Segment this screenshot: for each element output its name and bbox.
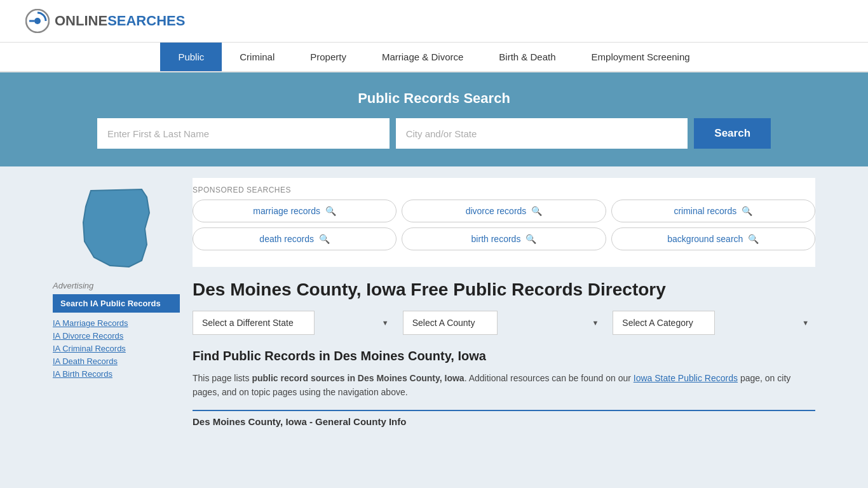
- find-desc-part2: . Additional resources can be found on o…: [465, 373, 634, 383]
- sponsored-divorce[interactable]: divorce records 🔍: [402, 200, 606, 222]
- sidebar-links: IA Marriage Records IA Divorce Records I…: [53, 318, 180, 379]
- sidebar-search-button[interactable]: Search IA Public Records: [53, 294, 180, 313]
- search-icon: 🔍: [526, 234, 536, 244]
- nav-criminal[interactable]: Criminal: [222, 43, 292, 71]
- list-item: IA Criminal Records: [53, 343, 180, 353]
- dropdowns-row: Select a Different State Select A County…: [193, 311, 815, 335]
- page-title: Des Moines County, Iowa Free Public Reco…: [193, 278, 815, 301]
- nav-birth-death[interactable]: Birth & Death: [481, 43, 573, 71]
- search-form: Search: [97, 118, 771, 149]
- state-map-icon: [72, 178, 161, 273]
- sponsored-background[interactable]: background search 🔍: [611, 227, 815, 250]
- find-records-description: This page lists public record sources in…: [193, 371, 815, 400]
- nav-marriage-divorce[interactable]: Marriage & Divorce: [364, 43, 481, 71]
- sidebar-link-death[interactable]: IA Death Records: [53, 356, 118, 366]
- search-icon: 🔍: [325, 206, 336, 216]
- list-item: IA Birth Records: [53, 369, 180, 379]
- sponsored-birth[interactable]: birth records 🔍: [402, 227, 606, 250]
- sponsored-birth-text: birth records: [471, 234, 521, 244]
- category-dropdown-wrapper: Select A Category: [613, 311, 815, 335]
- find-desc-part1: This page lists: [193, 373, 252, 383]
- logo-icon: [25, 9, 50, 33]
- search-icon: 🔍: [742, 206, 752, 216]
- county-dropdown[interactable]: Select A County: [403, 311, 498, 335]
- sponsored-divorce-text: divorce records: [466, 206, 527, 216]
- sponsored-criminal[interactable]: criminal records 🔍: [611, 200, 815, 222]
- state-dropdown[interactable]: Select a Different State: [193, 311, 315, 335]
- main-content: Advertising Search IA Public Records IA …: [40, 166, 828, 438]
- sponsored-marriage[interactable]: marriage records 🔍: [193, 200, 397, 222]
- search-icon: 🔍: [748, 234, 759, 244]
- sponsored-death[interactable]: death records 🔍: [193, 227, 397, 250]
- find-desc-bold: public record sources in Des Moines Coun…: [252, 373, 464, 383]
- sidebar-link-marriage[interactable]: IA Marriage Records: [53, 318, 128, 328]
- state-dropdown-wrapper: Select a Different State: [193, 311, 395, 335]
- nav-property[interactable]: Property: [292, 43, 364, 71]
- search-button[interactable]: Search: [694, 118, 771, 149]
- list-item: IA Marriage Records: [53, 318, 180, 328]
- iowa-state-link[interactable]: Iowa State Public Records: [634, 373, 738, 383]
- category-dropdown[interactable]: Select A Category: [613, 311, 715, 335]
- list-item: IA Death Records: [53, 356, 180, 366]
- sponsored-label: SPONSORED SEARCHES: [193, 186, 815, 194]
- search-icon: 🔍: [531, 206, 542, 216]
- sidebar-link-birth[interactable]: IA Birth Records: [53, 369, 112, 379]
- content-area: SPONSORED SEARCHES marriage records 🔍 di…: [193, 178, 815, 427]
- sponsored-grid: marriage records 🔍 divorce records 🔍 cri…: [193, 200, 815, 250]
- general-info-title: Des Moines County, Iowa - General County…: [193, 410, 815, 427]
- logo[interactable]: ONLINESEARCHES: [25, 9, 185, 33]
- sponsored-background-text: background search: [667, 234, 743, 244]
- header: ONLINESEARCHES: [0, 0, 868, 43]
- find-records-title: Find Public Records in Des Moines County…: [193, 349, 815, 363]
- sponsored-criminal-text: criminal records: [674, 206, 736, 216]
- sidebar-link-criminal[interactable]: IA Criminal Records: [53, 344, 126, 353]
- sidebar-link-divorce[interactable]: IA Divorce Records: [53, 331, 123, 341]
- sponsored-marriage-text: marriage records: [253, 206, 320, 216]
- name-input[interactable]: [97, 118, 390, 149]
- location-input[interactable]: [396, 118, 688, 149]
- search-banner: Public Records Search Search: [0, 72, 868, 166]
- svg-point-1: [34, 18, 41, 24]
- search-icon: 🔍: [319, 234, 330, 244]
- search-banner-title: Public Records Search: [25, 90, 843, 107]
- sidebar: Advertising Search IA Public Records IA …: [53, 178, 180, 427]
- main-nav: Public Criminal Property Marriage & Divo…: [0, 43, 868, 72]
- logo-text: ONLINESEARCHES: [55, 13, 185, 29]
- advertising-label: Advertising: [53, 281, 180, 290]
- nav-employment[interactable]: Employment Screening: [574, 43, 708, 71]
- nav-public[interactable]: Public: [160, 43, 222, 71]
- county-dropdown-wrapper: Select A County: [403, 311, 606, 335]
- sponsored-death-text: death records: [259, 234, 314, 244]
- sponsored-section: SPONSORED SEARCHES marriage records 🔍 di…: [193, 178, 815, 267]
- list-item: IA Divorce Records: [53, 330, 180, 341]
